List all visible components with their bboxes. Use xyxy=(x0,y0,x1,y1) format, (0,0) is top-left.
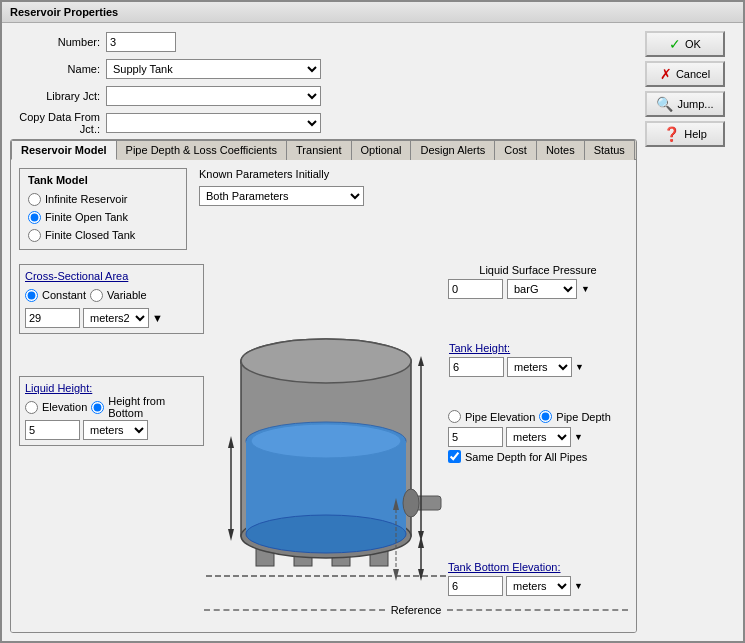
name-select[interactable]: Supply Tank xyxy=(106,59,321,79)
svg-point-14 xyxy=(241,339,411,383)
liquid-surface-box: Liquid Surface Pressure barG psiG kPaG ▼ xyxy=(448,264,628,299)
liquid-height-title: Liquid Height: xyxy=(25,382,198,394)
finite-closed-label: Finite Closed Tank xyxy=(45,229,135,241)
liquid-surface-pressure-unit[interactable]: barG psiG kPaG xyxy=(507,279,577,299)
title-bar: Reservoir Properties xyxy=(2,2,743,23)
jump-button[interactable]: 🔍 Jump... xyxy=(645,91,725,117)
radio-pipe-depth[interactable] xyxy=(539,410,552,423)
liquid-height-box: Liquid Height: Elevation Height from Bot… xyxy=(19,376,204,446)
infinite-label: Infinite Reservoir xyxy=(45,193,128,205)
reference-label: Reference xyxy=(385,604,448,616)
tank-height-title: Tank Height: xyxy=(449,342,627,354)
finite-open-label: Finite Open Tank xyxy=(45,211,128,223)
right-controls: Liquid Surface Pressure barG psiG kPaG ▼ xyxy=(448,256,628,596)
pipe-depth-dropdown-icon: ▼ xyxy=(574,432,583,442)
tank-model-section: Tank Model Infinite Reservoir Finite Ope… xyxy=(19,168,187,250)
help-label: Help xyxy=(684,128,707,140)
cross-section-box: Cross-Sectional Area Constant Variable xyxy=(19,264,204,334)
radio-height-from-bottom[interactable] xyxy=(91,401,104,414)
pipe-depth-label: Pipe Depth xyxy=(556,411,610,423)
right-button-panel: ✓ OK ✗ Cancel 🔍 Jump... ❓ Help xyxy=(645,31,735,633)
tab-reservoir-model[interactable]: Reservoir Model xyxy=(11,140,117,160)
svg-marker-25 xyxy=(418,569,424,581)
pipe-depth-input[interactable] xyxy=(448,427,503,447)
height-from-bottom-label: Height from Bottom xyxy=(108,395,198,419)
tab-notes[interactable]: Notes xyxy=(536,140,585,160)
help-icon: ❓ xyxy=(663,126,680,142)
tank-bottom-unit[interactable]: meters feet xyxy=(506,576,571,596)
ok-button[interactable]: ✓ OK xyxy=(645,31,725,57)
tank-bottom-dropdown-icon: ▼ xyxy=(574,581,583,591)
jump-label: Jump... xyxy=(677,98,713,110)
copy-label: Copy Data From Jct.: xyxy=(10,111,100,135)
svg-marker-29 xyxy=(393,569,399,581)
left-controls: Cross-Sectional Area Constant Variable xyxy=(19,256,204,596)
radio-constant[interactable] xyxy=(25,289,38,302)
svg-point-10 xyxy=(246,515,406,553)
tabs-container: Reservoir Model Pipe Depth & Loss Coeffi… xyxy=(10,139,637,633)
tank-height-dropdown-icon: ▼ xyxy=(575,362,584,372)
tabs-header: Reservoir Model Pipe Depth & Loss Coeffi… xyxy=(11,140,636,160)
radio-finite-closed[interactable] xyxy=(28,229,41,242)
name-label: Name: xyxy=(10,63,100,75)
svg-marker-22 xyxy=(228,529,234,541)
reservoir-properties-window: Reservoir Properties Number: Name: Suppl… xyxy=(0,0,745,643)
svg-marker-21 xyxy=(228,436,234,448)
tank-bottom-box: Tank Bottom Elevation: meters feet ▼ xyxy=(448,561,628,596)
cross-area-dropdown-icon: ▼ xyxy=(152,312,163,324)
help-button[interactable]: ❓ Help xyxy=(645,121,725,147)
cross-area-input[interactable] xyxy=(25,308,80,328)
tab-optional[interactable]: Optional xyxy=(351,140,412,160)
radio-elevation[interactable] xyxy=(25,401,38,414)
svg-point-16 xyxy=(403,489,419,517)
ok-icon: ✓ xyxy=(669,36,681,52)
tank-height-unit[interactable]: meters feet xyxy=(507,357,572,377)
tank-bottom-input[interactable] xyxy=(448,576,503,596)
liquid-surface-pressure-label: Liquid Surface Pressure xyxy=(448,264,628,276)
tab-cost[interactable]: Cost xyxy=(494,140,537,160)
liquid-surface-pressure-input[interactable] xyxy=(448,279,503,299)
elevation-label: Elevation xyxy=(42,401,87,413)
pipe-elevation-label: Pipe Elevation xyxy=(465,411,535,423)
copy-select[interactable] xyxy=(106,113,321,133)
liquid-height-input[interactable] xyxy=(25,420,80,440)
tank-bottom-title: Tank Bottom Elevation: xyxy=(448,561,628,573)
cross-area-unit[interactable]: meters2 feet2 cm2 xyxy=(83,308,149,328)
cross-section-title: Cross-Sectional Area xyxy=(25,270,198,282)
radio-finite-open[interactable] xyxy=(28,211,41,224)
radio-variable[interactable] xyxy=(90,289,103,302)
liquid-height-unit[interactable]: meters feet cm xyxy=(83,420,148,440)
svg-marker-18 xyxy=(418,356,424,366)
tab-pipe-depth[interactable]: Pipe Depth & Loss Coefficients xyxy=(116,140,287,160)
tank-model-title: Tank Model xyxy=(28,174,178,186)
radio-pipe-elevation[interactable] xyxy=(448,410,461,423)
tank-height-box: Tank Height: meters feet ▼ xyxy=(448,341,628,378)
tank-height-input[interactable] xyxy=(449,357,504,377)
ok-label: OK xyxy=(685,38,701,50)
number-input[interactable] xyxy=(106,32,176,52)
svg-marker-24 xyxy=(418,536,424,548)
known-params-select[interactable]: Both Parameters Liquid Height Only Press… xyxy=(199,186,364,206)
number-label: Number: xyxy=(10,36,100,48)
pipe-options-section: Pipe Elevation Pipe Depth meters feet xyxy=(448,410,628,463)
pipe-depth-unit[interactable]: meters feet xyxy=(506,427,571,447)
cancel-icon: ✗ xyxy=(660,66,672,82)
constant-label: Constant xyxy=(42,289,86,301)
same-depth-label: Same Depth for All Pipes xyxy=(465,451,587,463)
tab-transient[interactable]: Transient xyxy=(286,140,351,160)
known-params-label: Known Parameters Initially xyxy=(199,168,364,180)
window-title: Reservoir Properties xyxy=(10,6,118,18)
svg-point-13 xyxy=(251,424,401,458)
tank-diagram xyxy=(204,256,448,596)
cancel-button[interactable]: ✗ Cancel xyxy=(645,61,725,87)
library-label: Library Jct: xyxy=(10,90,100,102)
library-select[interactable] xyxy=(106,86,321,106)
same-depth-checkbox[interactable] xyxy=(448,450,461,463)
radio-infinite[interactable] xyxy=(28,193,41,206)
known-params-section: Known Parameters Initially Both Paramete… xyxy=(199,168,364,250)
tab-status[interactable]: Status xyxy=(584,140,635,160)
tab-content-reservoir-model: Tank Model Infinite Reservoir Finite Ope… xyxy=(11,160,636,632)
tank-svg xyxy=(206,266,446,586)
tab-design-alerts[interactable]: Design Alerts xyxy=(410,140,495,160)
cancel-label: Cancel xyxy=(676,68,710,80)
